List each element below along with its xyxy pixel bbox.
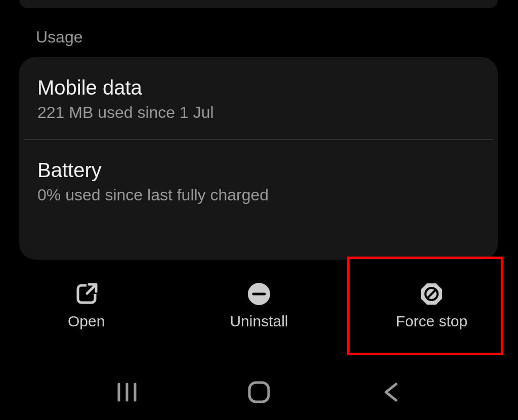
- mobile-data-subtitle: 221 MB used since 1 Jul: [37, 103, 480, 122]
- recents-button[interactable]: [112, 377, 142, 407]
- mobile-data-title: Mobile data: [37, 76, 480, 99]
- open-label: Open: [68, 313, 105, 330]
- battery-title: Battery: [37, 159, 480, 182]
- previous-card-edge: [19, 0, 498, 8]
- svg-rect-11: [249, 383, 269, 402]
- force-stop-button[interactable]: Force stop: [346, 268, 518, 344]
- uninstall-icon: [247, 282, 271, 306]
- back-button[interactable]: [376, 377, 406, 407]
- uninstall-button[interactable]: Uninstall: [172, 268, 345, 344]
- action-bar: Open Uninstall Force stop: [0, 268, 518, 344]
- mobile-data-row[interactable]: Mobile data 221 MB used since 1 Jul: [19, 57, 498, 139]
- battery-subtitle: 0% used since last fully charged: [37, 186, 480, 204]
- force-stop-icon: [420, 282, 443, 306]
- recents-icon: [115, 382, 139, 402]
- force-stop-label: Force stop: [396, 313, 467, 330]
- navigation-bar: [0, 364, 518, 420]
- open-button[interactable]: Open: [0, 268, 172, 344]
- home-icon: [248, 381, 270, 403]
- battery-row[interactable]: Battery 0% used since last fully charged: [19, 140, 498, 222]
- home-button[interactable]: [244, 377, 274, 407]
- usage-section-title: Usage: [36, 28, 83, 47]
- usage-card: Mobile data 221 MB used since 1 Jul Batt…: [19, 57, 498, 260]
- uninstall-label: Uninstall: [230, 313, 288, 330]
- open-icon: [75, 282, 98, 306]
- back-icon: [381, 381, 401, 403]
